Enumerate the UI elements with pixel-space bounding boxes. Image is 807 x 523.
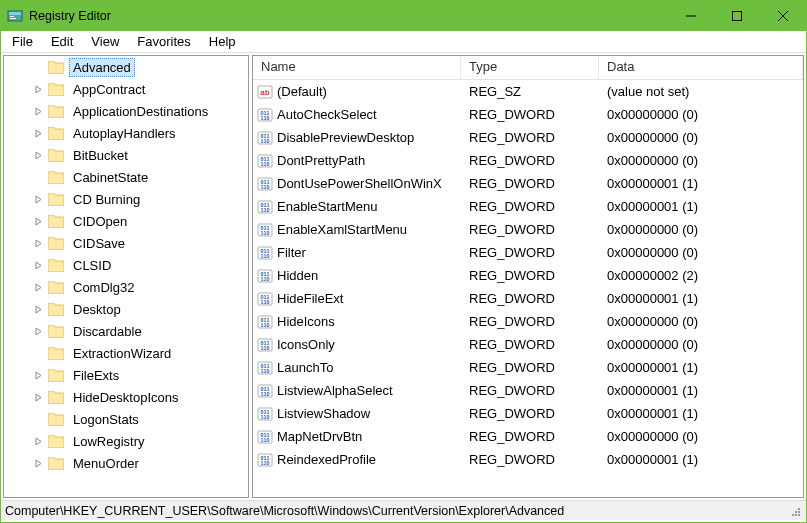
tree-expander-icon[interactable] bbox=[32, 259, 44, 271]
list-row[interactable]: 011110DisablePreviewDesktopREG_DWORD0x00… bbox=[253, 126, 803, 149]
tree-expander-icon[interactable] bbox=[32, 215, 44, 227]
value-type: REG_DWORD bbox=[461, 314, 599, 329]
tree-item[interactable]: BitBucket bbox=[4, 144, 248, 166]
window-title: Registry Editor bbox=[29, 9, 111, 23]
tree-expander-icon[interactable] bbox=[32, 193, 44, 205]
svg-text:110: 110 bbox=[260, 207, 269, 213]
list-row[interactable]: 011110IconsOnlyREG_DWORD0x00000000 (0) bbox=[253, 333, 803, 356]
content-area: AdvancedAppContractApplicationDestinatio… bbox=[1, 53, 806, 500]
list-row[interactable]: 011110ListviewShadowREG_DWORD0x00000001 … bbox=[253, 402, 803, 425]
menu-favorites[interactable]: Favorites bbox=[128, 32, 199, 51]
tree-item-label: CIDOpen bbox=[69, 212, 131, 231]
tree-item[interactable]: Advanced bbox=[4, 56, 248, 78]
tree-expander-icon[interactable] bbox=[32, 127, 44, 139]
menu-help[interactable]: Help bbox=[200, 32, 245, 51]
list-row[interactable]: 011110HiddenREG_DWORD0x00000002 (2) bbox=[253, 264, 803, 287]
tree-item[interactable]: AppContract bbox=[4, 78, 248, 100]
folder-icon bbox=[48, 215, 64, 228]
menu-edit[interactable]: Edit bbox=[42, 32, 82, 51]
minimize-button[interactable] bbox=[668, 1, 714, 31]
list-body[interactable]: ab(Default)REG_SZ(value not set)011110Au… bbox=[253, 80, 803, 497]
tree-item[interactable]: CD Burning bbox=[4, 188, 248, 210]
tree-expander-icon[interactable] bbox=[32, 435, 44, 447]
list-row[interactable]: 011110DontPrettyPathREG_DWORD0x00000000 … bbox=[253, 149, 803, 172]
value-type: REG_DWORD bbox=[461, 176, 599, 191]
dword-value-icon: 011110 bbox=[257, 360, 273, 376]
list-row[interactable]: 011110LaunchToREG_DWORD0x00000001 (1) bbox=[253, 356, 803, 379]
list-row[interactable]: 011110HideFileExtREG_DWORD0x00000001 (1) bbox=[253, 287, 803, 310]
svg-rect-62 bbox=[795, 514, 797, 516]
value-data: (value not set) bbox=[599, 84, 803, 99]
value-data: 0x00000001 (1) bbox=[599, 199, 803, 214]
tree-expander-icon[interactable] bbox=[32, 105, 44, 117]
header-name[interactable]: Name bbox=[253, 56, 461, 79]
value-data: 0x00000000 (0) bbox=[599, 107, 803, 122]
tree-item-label: ApplicationDestinations bbox=[69, 102, 212, 121]
tree-expander-icon[interactable] bbox=[32, 457, 44, 469]
tree-item[interactable]: CIDSave bbox=[4, 232, 248, 254]
list-row[interactable]: 011110ReindexedProfileREG_DWORD0x0000000… bbox=[253, 448, 803, 471]
svg-rect-3 bbox=[10, 18, 16, 19]
resize-grip-icon[interactable] bbox=[788, 504, 802, 518]
list-row[interactable]: 011110ListviewAlphaSelectREG_DWORD0x0000… bbox=[253, 379, 803, 402]
maximize-button[interactable] bbox=[714, 1, 760, 31]
tree-item[interactable]: ApplicationDestinations bbox=[4, 100, 248, 122]
value-data: 0x00000001 (1) bbox=[599, 291, 803, 306]
tree-item[interactable]: CIDOpen bbox=[4, 210, 248, 232]
list-row[interactable]: 011110EnableStartMenuREG_DWORD0x00000001… bbox=[253, 195, 803, 218]
tree-scroll[interactable]: AdvancedAppContractApplicationDestinatio… bbox=[4, 56, 248, 497]
value-data: 0x00000000 (0) bbox=[599, 245, 803, 260]
tree-item[interactable]: Desktop bbox=[4, 298, 248, 320]
list-row[interactable]: ab(Default)REG_SZ(value not set) bbox=[253, 80, 803, 103]
dword-value-icon: 011110 bbox=[257, 429, 273, 445]
tree-expander-icon[interactable] bbox=[32, 391, 44, 403]
tree-expander-icon[interactable] bbox=[32, 369, 44, 381]
tree-item[interactable]: ComDlg32 bbox=[4, 276, 248, 298]
tree-item[interactable]: LogonStats bbox=[4, 408, 248, 430]
tree-item[interactable]: HideDesktopIcons bbox=[4, 386, 248, 408]
tree-expander-icon[interactable] bbox=[32, 237, 44, 249]
tree-item[interactable]: ExtractionWizard bbox=[4, 342, 248, 364]
tree-item[interactable]: CabinetState bbox=[4, 166, 248, 188]
close-button[interactable] bbox=[760, 1, 806, 31]
svg-rect-59 bbox=[795, 511, 797, 513]
tree-item[interactable]: Discardable bbox=[4, 320, 248, 342]
tree-item[interactable]: AutoplayHandlers bbox=[4, 122, 248, 144]
folder-icon bbox=[48, 193, 64, 206]
list-row[interactable]: 011110AutoCheckSelectREG_DWORD0x00000000… bbox=[253, 103, 803, 126]
value-name: DisablePreviewDesktop bbox=[277, 130, 414, 145]
tree-expander-icon[interactable] bbox=[32, 325, 44, 337]
dword-value-icon: 011110 bbox=[257, 153, 273, 169]
value-data: 0x00000001 (1) bbox=[599, 452, 803, 467]
list-row[interactable]: 011110DontUsePowerShellOnWinXREG_DWORD0x… bbox=[253, 172, 803, 195]
folder-icon bbox=[48, 171, 64, 184]
tree-expander-icon[interactable] bbox=[32, 149, 44, 161]
header-data[interactable]: Data bbox=[599, 56, 803, 79]
minimize-icon bbox=[686, 11, 696, 21]
tree-item[interactable]: MenuOrder bbox=[4, 452, 248, 474]
list-row[interactable]: 011110MapNetDrvBtnREG_DWORD0x00000000 (0… bbox=[253, 425, 803, 448]
tree-item[interactable]: LowRegistry bbox=[4, 430, 248, 452]
value-name: DontUsePowerShellOnWinX bbox=[277, 176, 442, 191]
tree-expander-icon[interactable] bbox=[32, 303, 44, 315]
svg-text:110: 110 bbox=[260, 276, 269, 282]
value-type: REG_DWORD bbox=[461, 107, 599, 122]
list-row[interactable]: 011110HideIconsREG_DWORD0x00000000 (0) bbox=[253, 310, 803, 333]
svg-text:110: 110 bbox=[260, 437, 269, 443]
dword-value-icon: 011110 bbox=[257, 176, 273, 192]
tree-item-label: CD Burning bbox=[69, 190, 144, 209]
dword-value-icon: 011110 bbox=[257, 222, 273, 238]
tree-expander-icon[interactable] bbox=[32, 83, 44, 95]
svg-rect-63 bbox=[798, 514, 800, 516]
tree-item[interactable]: FileExts bbox=[4, 364, 248, 386]
list-row[interactable]: 011110FilterREG_DWORD0x00000000 (0) bbox=[253, 241, 803, 264]
menu-file[interactable]: File bbox=[3, 32, 42, 51]
list-row[interactable]: 011110EnableXamlStartMenuREG_DWORD0x0000… bbox=[253, 218, 803, 241]
value-data: 0x00000000 (0) bbox=[599, 222, 803, 237]
folder-icon bbox=[48, 105, 64, 118]
header-type[interactable]: Type bbox=[461, 56, 599, 79]
value-name: DontPrettyPath bbox=[277, 153, 365, 168]
tree-item[interactable]: CLSID bbox=[4, 254, 248, 276]
menu-view[interactable]: View bbox=[82, 32, 128, 51]
tree-expander-icon[interactable] bbox=[32, 281, 44, 293]
